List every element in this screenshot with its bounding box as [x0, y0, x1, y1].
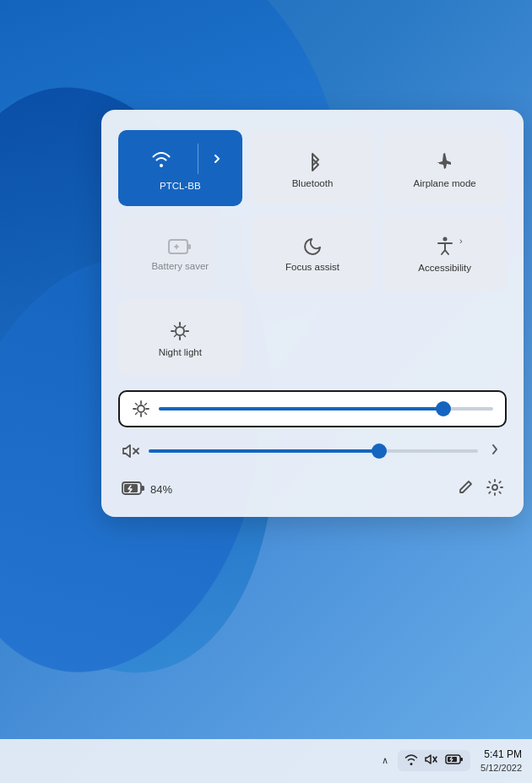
svg-line-20 — [136, 413, 138, 415]
taskbar: ∧ — [0, 739, 532, 783]
battery-charging-icon — [122, 481, 145, 499]
night-light-icon — [169, 320, 191, 342]
volume-muted-icon — [122, 443, 140, 459]
svg-line-9 — [184, 335, 186, 337]
moon-icon — [302, 237, 323, 257]
bottom-icons — [458, 479, 503, 500]
sliders-section — [118, 390, 507, 469]
quick-settings-panel: PTCL-BB Bluetooth Airplane mode — [101, 110, 524, 517]
tile-airplane[interactable]: Airplane mode — [383, 130, 507, 206]
svg-line-18 — [145, 413, 147, 415]
svg-line-19 — [145, 404, 147, 405]
bluetooth-label: Bluetooth — [292, 178, 334, 188]
airplane-label: Airplane mode — [414, 178, 476, 188]
svg-line-11 — [175, 335, 176, 337]
brightness-icon — [132, 400, 150, 417]
tray-battery-icon — [445, 753, 464, 768]
edit-button[interactable] — [458, 480, 473, 499]
volume-chevron-button[interactable] — [486, 439, 503, 462]
clock[interactable]: 5:41 PM 5/12/2022 — [475, 748, 522, 774]
tray-wifi-icon — [404, 753, 418, 768]
svg-line-10 — [184, 326, 186, 328]
focus-assist-label: Focus assist — [285, 262, 339, 272]
battery-saver-icon — [168, 237, 192, 256]
wifi-icon — [150, 150, 172, 168]
settings-button[interactable] — [486, 479, 503, 500]
accessibility-label: Accessibility — [418, 263, 471, 273]
battery-percentage: 84% — [150, 483, 172, 496]
brightness-track[interactable] — [159, 407, 493, 411]
svg-point-12 — [138, 405, 144, 412]
svg-line-8 — [175, 326, 176, 328]
volume-thumb[interactable] — [372, 443, 387, 459]
battery-info: 84% — [122, 481, 172, 499]
night-light-label: Night light — [159, 347, 202, 357]
wifi-button[interactable] — [125, 142, 198, 176]
tile-battery-saver[interactable]: Battery saver — [118, 215, 242, 291]
svg-point-2 — [442, 237, 447, 242]
tray-volume-icon — [425, 753, 438, 768]
tile-grid: PTCL-BB Bluetooth Airplane mode — [118, 130, 507, 375]
tile-bluetooth[interactable]: Bluetooth — [251, 130, 375, 206]
tray-icons-box[interactable] — [398, 750, 470, 771]
svg-rect-31 — [460, 758, 463, 761]
clock-date: 5/12/2022 — [480, 762, 522, 774]
tile-night-light[interactable]: Night light — [118, 299, 242, 375]
airplane-icon — [434, 151, 456, 173]
clock-time: 5:41 PM — [480, 748, 522, 762]
tray-expand-button[interactable]: ∧ — [377, 752, 393, 769]
bottom-row: 84% — [118, 479, 507, 500]
brightness-thumb[interactable] — [436, 401, 451, 416]
svg-rect-25 — [141, 486, 144, 491]
volume-track[interactable] — [149, 449, 478, 453]
brightness-slider-row — [118, 390, 507, 427]
wifi-label: PTCL-BB — [125, 181, 236, 198]
system-tray: ∧ — [377, 748, 522, 774]
tile-accessibility[interactable]: › Accessibility — [383, 215, 507, 291]
svg-point-26 — [492, 485, 497, 490]
bluetooth-icon — [303, 151, 322, 173]
svg-point-3 — [176, 327, 184, 335]
volume-slider-row — [118, 432, 507, 469]
accessibility-icon: › — [434, 236, 456, 258]
battery-saver-label: Battery saver — [151, 261, 209, 271]
svg-rect-1 — [187, 244, 191, 249]
svg-line-17 — [136, 404, 138, 405]
wifi-arrow-button[interactable] — [198, 153, 236, 165]
chevron-right-icon — [211, 153, 223, 165]
tile-wifi[interactable]: PTCL-BB — [118, 130, 242, 206]
tile-focus-assist[interactable]: Focus assist — [251, 215, 375, 291]
